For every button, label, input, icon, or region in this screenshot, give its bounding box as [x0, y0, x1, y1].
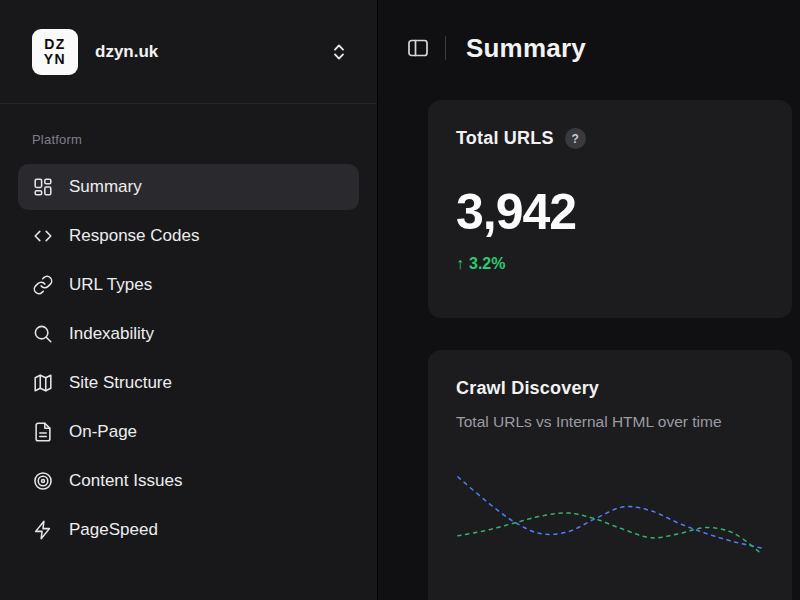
total-urls-card: Total URLS ? 3,942 ↑ 3.2% [428, 100, 792, 318]
site-name: dzyn.uk [95, 42, 327, 62]
header-divider [445, 36, 446, 60]
bolt-icon [32, 519, 54, 541]
sidebar-item-response-codes[interactable]: Response Codes [18, 213, 359, 259]
link-icon [32, 274, 54, 296]
page-title: Summary [466, 33, 586, 64]
sidebar-item-label: Indexability [69, 324, 154, 344]
arrow-up-icon: ↑ [456, 255, 464, 273]
sidebar-item-label: PageSpeed [69, 520, 158, 540]
workspace-switcher[interactable]: DZ YN dzyn.uk [0, 0, 377, 104]
total-urls-value: 3,942 [456, 183, 764, 241]
search-icon [32, 323, 54, 345]
sidebar-item-content-issues[interactable]: Content Issues [18, 458, 359, 504]
logo-line-1: DZ [44, 37, 66, 51]
sidebar-toggle-button[interactable] [405, 35, 431, 61]
sidebar-item-label: Response Codes [69, 226, 199, 246]
workspace-selector-button[interactable] [327, 40, 351, 64]
sidebar-item-summary[interactable]: Summary [18, 164, 359, 210]
panel-left-icon [406, 36, 430, 60]
sidebar-menu: Summary Response Codes URL Types Indexab… [0, 157, 377, 553]
total-urls-title: Total URLS [456, 128, 554, 149]
sidebar-section-label: Platform [0, 104, 377, 157]
main-content: Summary Total URLS ? 3,942 ↑ 3.2% Crawl … [379, 0, 800, 600]
sidebar-item-label: Content Issues [69, 471, 182, 491]
main-header: Summary [379, 0, 800, 96]
map-icon [32, 372, 54, 394]
sidebar-item-url-types[interactable]: URL Types [18, 262, 359, 308]
sidebar-item-label: Summary [69, 177, 142, 197]
crawl-discovery-chart [456, 453, 764, 573]
sidebar-item-label: URL Types [69, 275, 152, 295]
crawl-discovery-subtitle: Total URLs vs Internal HTML over time [456, 413, 764, 431]
sidebar-item-site-structure[interactable]: Site Structure [18, 360, 359, 406]
logo-line-2: YN [44, 52, 66, 66]
sidebar-item-on-page[interactable]: On-Page [18, 409, 359, 455]
chevrons-up-down-icon [327, 40, 351, 64]
sidebar: DZ YN dzyn.uk Platform Summary Response … [0, 0, 378, 600]
crawl-discovery-title: Crawl Discovery [456, 378, 764, 399]
logo: DZ YN [32, 29, 78, 75]
file-text-icon [32, 421, 54, 443]
sidebar-item-pagespeed[interactable]: PageSpeed [18, 507, 359, 553]
total-urls-delta: ↑ 3.2% [456, 255, 764, 273]
code-icon [32, 225, 54, 247]
help-icon[interactable]: ? [565, 128, 586, 149]
sidebar-item-indexability[interactable]: Indexability [18, 311, 359, 357]
delta-value: 3.2% [469, 255, 505, 273]
sidebar-item-label: Site Structure [69, 373, 172, 393]
line-chart [456, 453, 764, 573]
crawl-discovery-card: Crawl Discovery Total URLs vs Internal H… [428, 350, 792, 600]
sidebar-item-label: On-Page [69, 422, 137, 442]
target-icon [32, 470, 54, 492]
dashboard-grid-icon [32, 176, 54, 198]
